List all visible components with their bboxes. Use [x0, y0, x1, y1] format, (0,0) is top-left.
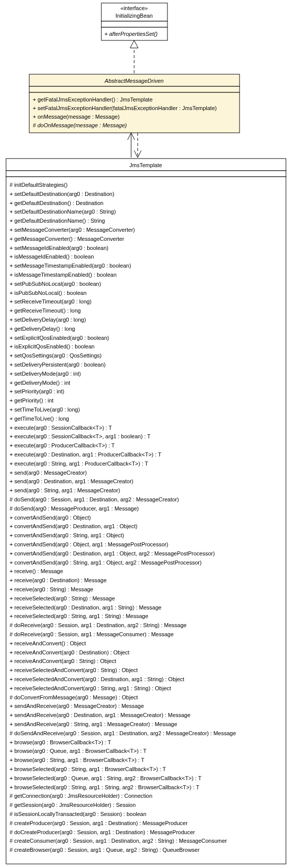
method: + getTimeToLive() : long — [10, 416, 69, 422]
method: + isPubSubNoLocal() : boolean — [10, 290, 87, 296]
method: # isSessionLocallyTransacted(arg0 : Sess… — [10, 811, 146, 817]
svg-rect-1 — [101, 21, 167, 27]
method: + getDefaultDestination() : Destination — [10, 200, 103, 206]
method: + setDeliveryDelay(arg0 : long) — [10, 317, 86, 323]
stereotype-label: «interface» — [121, 5, 148, 11]
uml-diagram: «interface» InitializingBean + afterProp… — [0, 0, 293, 868]
svg-rect-6 — [29, 86, 240, 92]
method: # doReceive(arg0 : Session, arg1 : Desti… — [10, 622, 187, 628]
class-abstractmessagedriven: AbstractMessageDriven + getFatalJmsExcep… — [29, 74, 240, 133]
realization-arrow — [130, 40, 138, 73]
method: + sendAndReceive(arg0 : Destination, arg… — [10, 712, 191, 718]
method: + convertAndSend(arg0 : String, arg1 : O… — [10, 532, 124, 538]
method: + isMessageTimestampEnabled() : boolean — [10, 272, 116, 278]
method: + setMessageTimestampEnabled(arg0 : bool… — [10, 263, 131, 269]
method: + onMessage(message : Message) — [33, 114, 120, 120]
method: + receiveAndConvert(arg0 : String) : Obj… — [10, 658, 116, 664]
method: # createProducer(arg0 : Session, arg1 : … — [10, 820, 188, 826]
method: + browseSelected(arg0 : String, arg1 : B… — [10, 766, 166, 772]
method: + convertAndSend(arg0 : Destination, arg… — [10, 523, 137, 529]
method: + sendAndReceive(arg0 : String, arg1 : M… — [10, 721, 177, 727]
method: + setDefaultDestinationName(arg0 : Strin… — [10, 209, 116, 215]
method: # createConsumer(arg0 : Session, arg1 : … — [10, 838, 227, 844]
method: # doReceive(arg0 : Session, arg1 : Messa… — [10, 631, 173, 637]
method: + setPriority(arg0 : int) — [10, 388, 65, 394]
method: + getDeliveryMode() : int — [10, 380, 70, 386]
method: + send(arg0 : String, arg1 : MessageCrea… — [10, 487, 120, 493]
method: + getPriority() : int — [10, 397, 53, 403]
method: + receiveSelectedAndConvert(arg0 : Strin… — [10, 685, 171, 691]
method: # getSession(arg0 : JmsResourceHolder) :… — [10, 802, 136, 808]
method: + convertAndSend(arg0 : Object, arg1 : M… — [10, 541, 168, 547]
method: + setExplicitQosEnabled(arg0 : boolean) — [10, 335, 109, 341]
method: + convertAndSend(arg0 : Object) — [10, 515, 91, 521]
class-name: AbstractMessageDriven — [104, 78, 164, 84]
svg-rect-11 — [6, 171, 286, 177]
class-jmstemplate: JmsTemplate # initDefaultStrategies()+ s… — [6, 159, 286, 864]
method: + getReceiveTimeout() : long — [10, 308, 81, 314]
method: + receiveSelected(arg0 : String, arg1 : … — [10, 613, 148, 619]
method: + setMessageConverter(arg0 : MessageConv… — [10, 227, 135, 233]
method: + setDeliveryPersistent(arg0 : boolean) — [10, 362, 105, 368]
method: + receive(arg0 : String) : Message — [10, 586, 93, 592]
method: + receiveSelectedAndConvert(arg0 : Desti… — [10, 676, 184, 682]
class-initializingbean: «interface» InitializingBean + afterProp… — [101, 3, 167, 40]
method: + receive(arg0 : Destination) : Message — [10, 577, 106, 583]
method: + receiveAndConvert(arg0 : Destination) … — [10, 649, 130, 655]
method: + getDeliveryDelay() : long — [10, 326, 75, 332]
method: + afterPropertiesSet() — [104, 31, 158, 37]
method: + setDefaultDestination(arg0 : Destinati… — [10, 191, 114, 197]
method: + setReceiveTimeout(arg0 : long) — [10, 298, 92, 304]
method: + convertAndSend(arg0 : Destination, arg… — [10, 550, 215, 556]
method: # doOnMessage(message : Message) — [33, 122, 127, 128]
class-name: InitializingBean — [115, 13, 153, 19]
method: + browse(arg0 : String, arg1 : BrowserCa… — [10, 757, 145, 763]
method: # getConnection(arg0 : JmsResourceHolder… — [10, 793, 152, 799]
method: + getMessageConverter() : MessageConvert… — [10, 236, 124, 242]
method: + execute(arg0 : Destination, arg1 : Pro… — [10, 451, 161, 457]
method: + execute(arg0 : SessionCallback<T>, arg… — [10, 433, 151, 439]
method: + browseSelected(arg0 : Queue, arg1 : St… — [10, 775, 202, 781]
method: + isExplicitQosEnabled() : boolean — [10, 343, 94, 349]
method: + convertAndSend(arg0 : String, arg1 : O… — [10, 559, 202, 566]
class-name: JmsTemplate — [130, 162, 162, 168]
method: + isMessageIdEnabled() : boolean — [10, 253, 94, 260]
method: + sendAndReceive(arg0 : MessageCreator) … — [10, 703, 144, 709]
svg-marker-4 — [130, 40, 138, 48]
method: + send(arg0 : Destination, arg1 : Messag… — [10, 478, 134, 484]
method: # createBrowser(arg0 : Session, arg1 : Q… — [10, 847, 200, 853]
method: + send(arg0 : MessageCreator) — [10, 470, 87, 476]
method: + execute(arg0 : String, arg1 : Producer… — [10, 461, 148, 467]
dependency-arrows — [128, 133, 141, 158]
method: + browse(arg0 : Queue, arg1 : BrowserCal… — [10, 748, 147, 754]
method: + receiveSelected(arg0 : String) : Messa… — [10, 595, 115, 601]
method: + browse(arg0 : BrowserCallback<T>) : T — [10, 739, 111, 745]
method: # doSend(arg0 : Session, arg1 : Destinat… — [10, 496, 179, 502]
method: # doCreateProducer(arg0 : Session, arg1 … — [10, 829, 195, 835]
method: + setMessageIdEnabled(arg0 : boolean) — [10, 245, 108, 251]
method: + receiveSelectedAndConvert(arg0 : Strin… — [10, 667, 138, 673]
method: + getFatalJmsExceptionHandler() : JmsTem… — [33, 96, 153, 103]
method: + receiveSelected(arg0 : Destination, ar… — [10, 604, 161, 610]
method: + receiveAndConvert() : Object — [10, 640, 86, 646]
method: + setPubSubNoLocal(arg0 : boolean) — [10, 281, 101, 287]
method: + getDefaultDestinationName() : String — [10, 218, 105, 224]
method: + setQosSettings(arg0 : QosSettings) — [10, 352, 102, 359]
method: + execute(arg0 : ProducerCallback<T>) : … — [10, 442, 115, 448]
method: + setDeliveryMode(arg0 : int) — [10, 371, 81, 377]
method: + setTimeToLive(arg0 : long) — [10, 406, 80, 413]
method: + setFatalJmsExceptionHandler(fatalJmsEx… — [33, 105, 217, 111]
method: # initDefaultStrategies() — [10, 182, 68, 188]
method: # doSend(arg0 : MessageProducer, arg1 : … — [10, 505, 139, 512]
method: + receive() : Message — [10, 568, 63, 574]
method: # doSendAndReceive(arg0 : Session, arg1 … — [10, 730, 236, 736]
method: + browseSelected(arg0 : String, arg1 : S… — [10, 784, 199, 790]
method: + execute(arg0 : SessionCallback<T>) : T — [10, 425, 112, 431]
method: # doConvertFromMessage(arg0 : Message) :… — [10, 694, 138, 700]
